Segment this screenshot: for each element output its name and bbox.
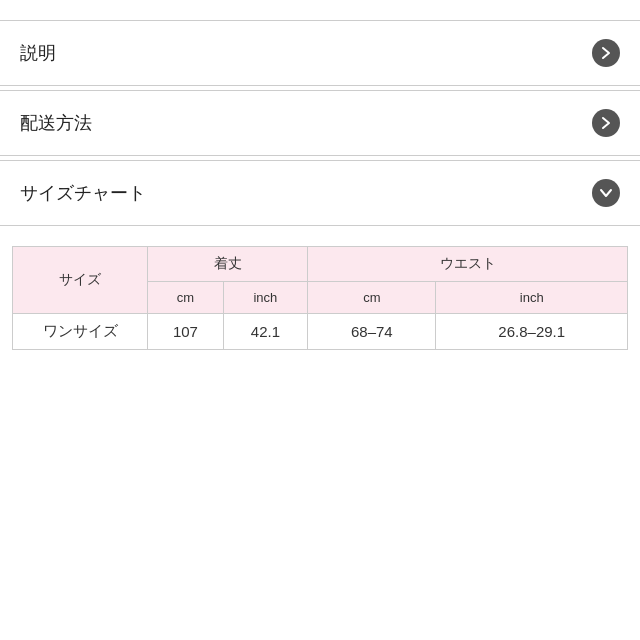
waist-inch-subheader: inch [436, 282, 628, 314]
size-chart-label: サイズチャート [20, 181, 146, 205]
katake-cm-value: 107 [148, 314, 223, 350]
table-row: ワンサイズ 107 42.1 68–74 26.8–29.1 [13, 314, 628, 350]
katake-inch-value: 42.1 [223, 314, 308, 350]
katake-cm-subheader: cm [148, 282, 223, 314]
page: 説明 配送方法 サイズチャート サイズ [0, 0, 640, 640]
katake-inch-subheader: inch [223, 282, 308, 314]
description-label: 説明 [20, 41, 56, 65]
description-chevron-right-icon [592, 39, 620, 67]
waist-cm-subheader: cm [308, 282, 436, 314]
shipping-chevron-right-icon [592, 109, 620, 137]
waist-column-header: ウエスト [308, 247, 628, 282]
size-value: ワンサイズ [13, 314, 148, 350]
size-chart-table-container: サイズ 着丈 ウエスト cm inch cm inch ワンサイズ 107 42… [0, 246, 640, 350]
size-chart-chevron-down-icon [592, 179, 620, 207]
waist-inch-value: 26.8–29.1 [436, 314, 628, 350]
size-chart-section-header[interactable]: サイズチャート [0, 160, 640, 226]
katake-column-header: 着丈 [148, 247, 308, 282]
description-section[interactable]: 説明 [0, 20, 640, 86]
shipping-section[interactable]: 配送方法 [0, 90, 640, 156]
size-table: サイズ 着丈 ウエスト cm inch cm inch ワンサイズ 107 42… [12, 246, 628, 350]
table-header-row-top: サイズ 着丈 ウエスト [13, 247, 628, 282]
shipping-label: 配送方法 [20, 111, 92, 135]
size-column-header: サイズ [13, 247, 148, 314]
waist-cm-value: 68–74 [308, 314, 436, 350]
